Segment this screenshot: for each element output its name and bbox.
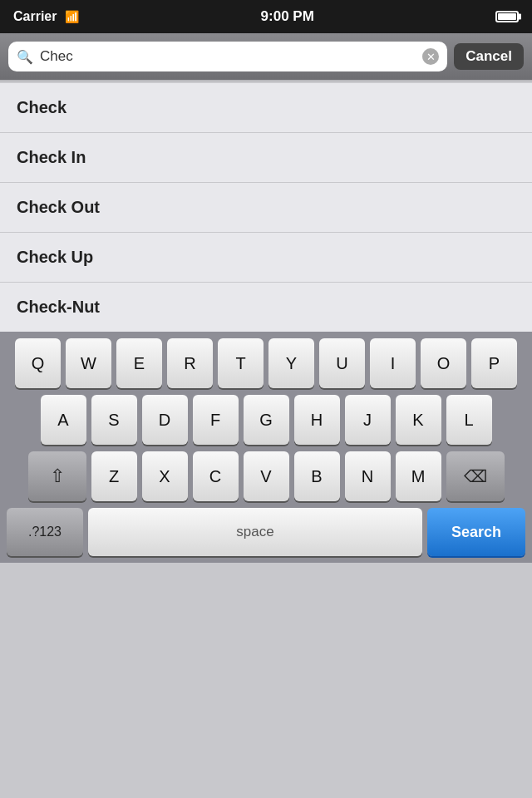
list-item[interactable]: Check-Nut (0, 283, 532, 332)
key-x[interactable]: X (142, 451, 188, 501)
backspace-key[interactable]: ⌫ (446, 451, 505, 501)
search-icon: 🔍 (17, 49, 33, 65)
key-u[interactable]: U (319, 338, 365, 388)
backspace-icon: ⌫ (464, 466, 487, 486)
search-input[interactable] (40, 48, 416, 65)
key-d[interactable]: D (142, 395, 188, 445)
keyboard-row-3: ⇧ ZXCVBNM⌫ (3, 451, 529, 501)
search-input-container[interactable]: 🔍 ✕ (8, 42, 447, 71)
key-q[interactable]: Q (15, 338, 61, 388)
key-n[interactable]: N (345, 451, 391, 501)
key-p[interactable]: P (471, 338, 517, 388)
keyboard-bottom-row: .?123 space Search (3, 508, 529, 556)
status-left: Carrier 📶 (13, 9, 79, 24)
shift-icon: ⇧ (50, 466, 65, 487)
carrier-label: Carrier (13, 9, 57, 24)
cancel-button[interactable]: Cancel (454, 43, 524, 70)
key-r[interactable]: R (167, 338, 213, 388)
key-f[interactable]: F (193, 395, 239, 445)
shift-key[interactable]: ⇧ (28, 451, 86, 501)
list-item[interactable]: Check Out (0, 183, 532, 233)
key-k[interactable]: K (396, 395, 441, 445)
num-key[interactable]: .?123 (7, 508, 83, 556)
key-t[interactable]: T (218, 338, 264, 388)
key-o[interactable]: O (421, 338, 466, 388)
key-z[interactable]: Z (91, 451, 137, 501)
key-s[interactable]: S (91, 395, 137, 445)
list-item[interactable]: Check Up (0, 233, 532, 283)
list-item[interactable]: Check In (0, 133, 532, 183)
key-m[interactable]: M (396, 451, 441, 501)
battery-icon (495, 11, 519, 22)
battery-container (495, 11, 519, 22)
search-key[interactable]: Search (427, 508, 525, 556)
key-e[interactable]: E (116, 338, 162, 388)
keyboard: QWERTYUIOP ASDFGHJKL ⇧ ZXCVBNM⌫ .?123 sp… (0, 332, 532, 563)
key-w[interactable]: W (66, 338, 111, 388)
key-h[interactable]: H (294, 395, 340, 445)
key-j[interactable]: J (345, 395, 391, 445)
key-l[interactable]: L (446, 395, 492, 445)
status-bar: Carrier 📶 9:00 PM (0, 0, 532, 33)
search-bar: 🔍 ✕ Cancel (0, 33, 532, 80)
time-label: 9:00 PM (261, 8, 314, 25)
battery-fill (498, 13, 516, 20)
key-a[interactable]: A (41, 395, 86, 445)
key-g[interactable]: G (244, 395, 289, 445)
results-list: CheckCheck InCheck OutCheck UpCheck-Nut (0, 83, 532, 332)
key-v[interactable]: V (244, 451, 289, 501)
clear-button[interactable]: ✕ (422, 48, 439, 65)
key-c[interactable]: C (193, 451, 239, 501)
list-item[interactable]: Check (0, 83, 532, 133)
key-b[interactable]: B (294, 451, 340, 501)
keyboard-row-2: ASDFGHJKL (3, 395, 529, 445)
key-y[interactable]: Y (268, 338, 314, 388)
keyboard-row-1: QWERTYUIOP (3, 338, 529, 388)
wifi-icon: 📶 (65, 10, 79, 23)
space-key[interactable]: space (88, 508, 422, 556)
key-i[interactable]: I (370, 338, 416, 388)
